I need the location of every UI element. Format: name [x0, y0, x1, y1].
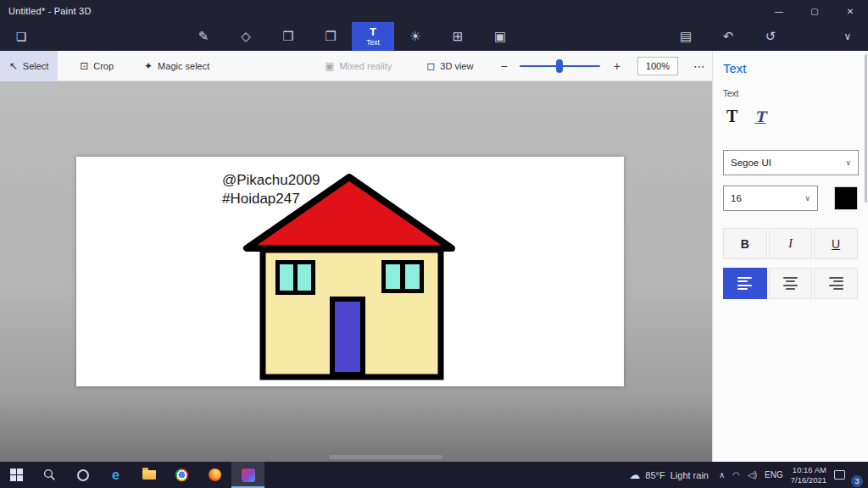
undo-icon: ↶	[723, 29, 734, 44]
3d-text-button[interactable]: T	[754, 108, 769, 126]
house-window-right-pane2	[405, 264, 420, 289]
horizontal-scrollbar[interactable]	[329, 455, 442, 459]
time-text: 10:16 AM	[791, 465, 826, 475]
font-size-select[interactable]: 16 ∨	[723, 186, 818, 211]
text-tool-label: Text	[366, 39, 380, 47]
align-left-button[interactable]	[723, 268, 767, 299]
zoom-out-button[interactable]: −	[495, 59, 512, 73]
taskbar-search-button[interactable]	[33, 462, 66, 488]
undo-button[interactable]: ↶	[707, 22, 749, 51]
3d-view-button[interactable]: ◻ 3D view	[420, 51, 480, 81]
close-button[interactable]: ✕	[832, 0, 868, 22]
3d-library-button[interactable]: ▣	[479, 22, 521, 51]
history-button[interactable]: ↺	[749, 22, 792, 51]
brushes-button[interactable]: ✎	[182, 22, 225, 51]
speaker-icon: ◁)	[748, 470, 757, 480]
edge-icon: e	[112, 468, 120, 483]
font-family-select[interactable]: Segoe UI ∨	[723, 150, 859, 175]
main-content: ↖ Select ⊡ Crop ✦ Magic select ▣ Mixed r…	[0, 51, 868, 462]
size-row: 16 ∨	[723, 186, 858, 211]
firefox-button[interactable]	[198, 462, 231, 488]
firefox-icon	[209, 469, 221, 481]
cortana-icon	[77, 469, 89, 481]
underline-button[interactable]: U	[814, 228, 858, 259]
house-window-left-pane2	[298, 264, 311, 291]
align-left-icon	[737, 277, 752, 291]
2d-shapes-button[interactable]: ◇	[225, 22, 267, 51]
chrome-button[interactable]	[165, 462, 198, 488]
align-center-button[interactable]	[769, 268, 813, 299]
drawing-canvas[interactable]: @Pikachu2009 #Hoidap247	[76, 157, 624, 386]
tray-expand-button[interactable]: ∧	[719, 470, 725, 480]
bold-button[interactable]: B	[723, 228, 767, 259]
zoom-value[interactable]: 100%	[637, 57, 678, 75]
paint3d-taskbar-button[interactable]	[231, 462, 264, 488]
paste-icon: ▤	[680, 29, 692, 44]
align-center-icon	[783, 277, 798, 291]
editor-column: ↖ Select ⊡ Crop ✦ Magic select ▣ Mixed r…	[0, 51, 712, 462]
magic-select-label: Magic select	[158, 61, 209, 71]
text-section-label: Text	[723, 89, 858, 98]
3d-shapes-button[interactable]: ❒	[267, 22, 309, 51]
network-button[interactable]: ◠	[732, 470, 740, 480]
edge-button[interactable]: e	[99, 462, 132, 488]
stickers-icon: ❐	[325, 29, 336, 44]
text-color-swatch[interactable]	[834, 186, 858, 210]
text-style-row: B I U	[723, 228, 858, 259]
select-tool[interactable]: ↖ Select	[0, 51, 58, 81]
effects-button[interactable]: ☀	[394, 22, 437, 51]
text-icon: T	[370, 26, 376, 37]
canvas-text-line1: @Pikachu2009	[222, 172, 320, 188]
italic-button[interactable]: I	[769, 228, 813, 259]
effects-icon: ☀	[409, 29, 420, 44]
toolbar-spacer	[42, 22, 182, 51]
select-cursor-icon: ↖	[9, 60, 18, 72]
mixed-reality-icon: ▣	[325, 60, 334, 72]
panel-scrollbar[interactable]	[865, 54, 867, 202]
volume-button[interactable]: ◁)	[748, 470, 757, 480]
2d-text-button[interactable]: T	[726, 107, 737, 126]
menu-button[interactable]: ❏	[0, 22, 42, 51]
date-text: 7/16/2021	[791, 475, 826, 485]
minimize-button[interactable]: —	[761, 0, 797, 22]
align-right-icon	[829, 277, 843, 291]
paste-button[interactable]: ▤	[665, 22, 707, 51]
alignment-row	[723, 268, 858, 299]
weather-widget[interactable]: ☁ 85°F Light rain	[619, 462, 719, 488]
canvas-button[interactable]: ⊞	[437, 22, 479, 51]
crop-icon: ⊡	[80, 60, 88, 72]
cortana-button[interactable]	[66, 462, 99, 488]
panel-title: Text	[723, 61, 858, 75]
house-window-left-pane1	[280, 264, 293, 291]
clock[interactable]: 10:16 AM 7/16/2021	[791, 465, 826, 485]
select-label: Select	[23, 61, 49, 71]
start-button[interactable]	[0, 462, 33, 488]
expand-toolbar-button[interactable]: ∨	[827, 22, 868, 51]
work-area: @Pikachu2009 #Hoidap247	[0, 81, 712, 462]
align-right-button[interactable]	[814, 268, 858, 299]
titlebar: Untitled* - Paint 3D — ▢ ✕	[0, 0, 868, 22]
zoom-in-button[interactable]: +	[609, 59, 626, 73]
3d-library-icon: ▣	[494, 29, 506, 44]
zoom-slider-thumb[interactable]	[556, 59, 563, 73]
zoom-slider[interactable]	[520, 59, 600, 73]
chevron-down-icon: ∨	[845, 158, 851, 167]
text-tool-button[interactable]: T Text	[352, 22, 394, 51]
more-options-button[interactable]: ⋯	[687, 59, 712, 73]
stickers-button[interactable]: ❐	[309, 22, 352, 51]
text-panel: Text Text T T Segoe UI ∨ 16 ∨ B I	[712, 51, 868, 462]
2d-shapes-icon: ◇	[241, 29, 251, 44]
paint3d-window: Untitled* - Paint 3D — ▢ ✕ ❏ ✎ ◇ ❒ ❐ T T…	[0, 0, 868, 488]
file-explorer-button[interactable]	[132, 462, 165, 488]
system-tray: ∧ ◠ ◁) ENG 10:16 AM 7/16/2021 3	[719, 462, 868, 488]
house-drawing: @Pikachu2009 #Hoidap247	[76, 157, 624, 386]
3d-shapes-icon: ❒	[282, 29, 293, 44]
language-indicator[interactable]: ENG	[765, 470, 783, 480]
magic-select-tool[interactable]: ✦ Magic select	[137, 51, 216, 81]
canvas-text-line2: #Hoidap247	[222, 191, 300, 207]
maximize-button[interactable]: ▢	[797, 0, 832, 22]
crop-tool[interactable]: ⊡ Crop	[73, 51, 120, 81]
folder-icon	[142, 470, 156, 480]
action-center-button[interactable]: 3	[834, 462, 863, 488]
text-type-row: T T	[723, 107, 858, 126]
